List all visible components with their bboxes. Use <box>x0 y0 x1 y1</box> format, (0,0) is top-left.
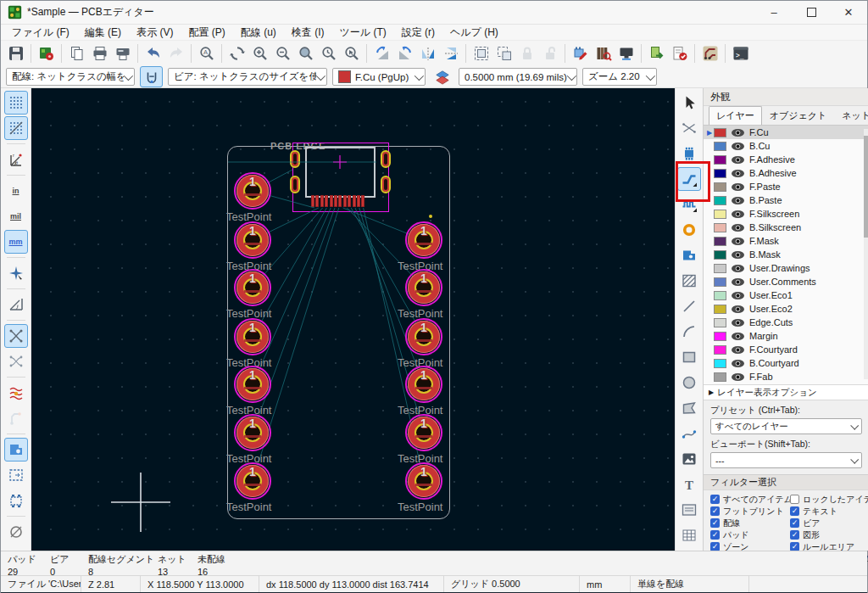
checkbox-icon[interactable]: ✓ <box>790 530 799 540</box>
layer-row-Margin[interactable]: Margin <box>704 329 868 343</box>
testpoint-pad[interactable]: 1 <box>405 221 442 259</box>
menu-item-1[interactable]: 編集 (E) <box>77 24 129 42</box>
auto-track-width-toggle[interactable] <box>140 66 163 87</box>
connector-mount-pad[interactable] <box>381 176 391 193</box>
pcb-canvas[interactable]: PCB EDGE 1TestPoint1TestPoint1TestPoint1… <box>31 88 675 551</box>
layer-row-F.Courtyard[interactable]: F.Courtyard <box>704 343 868 356</box>
menu-item-3[interactable]: 配置 (P) <box>181 24 232 42</box>
place-via-button[interactable] <box>677 218 701 242</box>
tab-レイヤー[interactable]: レイヤー <box>709 106 762 125</box>
visibility-eye-icon[interactable] <box>731 250 745 260</box>
polar-coords-button[interactable]: rθ <box>4 148 28 171</box>
draw-circle-button[interactable] <box>677 371 701 394</box>
plot-button[interactable] <box>111 42 134 65</box>
group-button[interactable] <box>470 42 492 65</box>
layer-color-swatch[interactable] <box>714 169 726 178</box>
refresh-button[interactable] <box>225 42 248 65</box>
visibility-eye-icon[interactable] <box>731 210 745 219</box>
filter-checkbox-すべてのアイテム[interactable]: ✓すべてのアイテム <box>710 494 790 505</box>
layer-row-User.Eco1[interactable]: User.Eco1 <box>704 288 868 302</box>
cursor-shape-button[interactable] <box>4 261 28 285</box>
tab-ネット[interactable]: ネット <box>834 106 868 125</box>
checkbox-icon[interactable]: ✓ <box>710 518 720 528</box>
visibility-eye-icon[interactable] <box>731 359 745 368</box>
update-pcb-from-schematic-button[interactable] <box>645 42 668 65</box>
menu-item-6[interactable]: ツール (T) <box>331 24 393 42</box>
free-angle-button[interactable] <box>4 293 28 316</box>
rule-area-button[interactable] <box>677 269 701 293</box>
layer-color-swatch[interactable] <box>714 142 726 151</box>
layer-color-swatch[interactable] <box>714 318 726 327</box>
layer-color-swatch[interactable] <box>714 155 726 165</box>
visibility-eye-icon[interactable] <box>731 223 745 232</box>
lock-button[interactable] <box>515 42 538 65</box>
testpoint-pad[interactable]: 1 <box>234 318 271 355</box>
maximize-button[interactable] <box>793 1 830 24</box>
highlight-tracks-button[interactable] <box>4 381 28 405</box>
visibility-eye-icon[interactable] <box>731 169 745 178</box>
layer-row-B.Courtyard[interactable]: B.Courtyard <box>704 356 868 370</box>
grid-axes-button[interactable] <box>4 116 28 140</box>
connector-mount-pad[interactable] <box>290 176 300 193</box>
layer-row-F.Cu[interactable]: ▶F.Cu <box>704 126 868 139</box>
menu-item-4[interactable]: 配線 (u) <box>233 24 284 42</box>
menu-item-8[interactable]: ヘルプ (H) <box>442 24 506 42</box>
connector-pad[interactable] <box>334 195 337 207</box>
filter-checkbox-ロックしたアイテム[interactable]: ロックしたアイテム <box>790 494 868 505</box>
testpoint-pad[interactable]: 1 <box>234 269 271 306</box>
checkbox-icon[interactable]: ✓ <box>710 506 720 516</box>
layer-color-swatch[interactable] <box>714 210 726 219</box>
filter-checkbox-配線[interactable]: ✓配線 <box>710 517 790 529</box>
layer-color-swatch[interactable] <box>714 291 726 300</box>
visibility-eye-icon[interactable] <box>731 305 745 314</box>
zone-filled-button[interactable] <box>4 438 28 462</box>
visibility-eye-icon[interactable] <box>731 345 745 355</box>
layer-color-swatch[interactable] <box>714 237 726 246</box>
layer-row-F.Fab[interactable]: F.Fab <box>704 370 868 383</box>
visibility-eye-icon[interactable] <box>731 142 745 151</box>
visibility-eye-icon[interactable] <box>731 196 745 205</box>
filter-checkbox-フットプリント[interactable]: ✓フットプリント <box>710 506 790 517</box>
connector-pad[interactable] <box>343 195 347 207</box>
layer-color-swatch[interactable] <box>714 223 726 232</box>
route-tracks-button[interactable] <box>677 167 701 191</box>
filter-checkbox-パッド[interactable]: ✓パッド <box>710 529 790 540</box>
draw-polygon-button[interactable] <box>677 396 701 420</box>
layer-row-User.Drawings[interactable]: User.Drawings <box>704 261 868 275</box>
connector-pad[interactable] <box>357 195 360 207</box>
clearance-dropdown[interactable]: 0.5000 mm (19.69 mils) <box>459 68 577 86</box>
testpoint-pad[interactable]: 1 <box>234 462 271 500</box>
connector-pad[interactable] <box>315 195 319 207</box>
layer-color-swatch[interactable] <box>714 345 726 355</box>
layer-row-Edge.Cuts[interactable]: Edge.Cuts <box>704 316 868 329</box>
find-button[interactable]: A <box>195 42 218 65</box>
connector-pad[interactable] <box>311 195 314 207</box>
layer-row-F.Silkscreen[interactable]: F.Silkscreen <box>704 207 868 221</box>
draw-arc-button[interactable] <box>677 320 701 344</box>
menu-item-0[interactable]: ファイル (F) <box>4 24 77 42</box>
visibility-eye-icon[interactable] <box>731 237 745 246</box>
layer-row-B.Mask[interactable]: B.Mask <box>704 248 868 261</box>
select-button[interactable] <box>677 91 701 115</box>
testpoint-pad[interactable]: 1 <box>234 414 271 451</box>
testpoint-pad[interactable]: 1 <box>405 366 442 403</box>
testpoint-pad[interactable]: 1 <box>234 366 271 403</box>
connector-mount-pad[interactable] <box>381 150 391 168</box>
units-inch-button[interactable]: in <box>4 179 28 203</box>
visibility-eye-icon[interactable] <box>731 277 745 287</box>
draw-rectangle-button[interactable] <box>677 345 701 369</box>
layer-color-swatch[interactable] <box>714 305 726 314</box>
layer-list-scrollbar[interactable] <box>864 129 868 379</box>
via-size-dropdown[interactable]: ビア: ネットクラスのサイズを使用 <box>168 68 327 86</box>
testpoint-pad[interactable]: 1 <box>405 318 442 355</box>
visibility-eye-icon[interactable] <box>731 128 745 137</box>
checkbox-icon[interactable]: ✓ <box>710 530 720 540</box>
visibility-eye-icon[interactable] <box>731 155 745 165</box>
tune-length-button[interactable] <box>677 193 701 216</box>
layer-color-swatch[interactable] <box>714 196 726 205</box>
connector-pad[interactable] <box>348 195 351 207</box>
filter-checkbox-テキスト[interactable]: ✓テキスト <box>790 506 868 517</box>
layer-row-User.Eco2[interactable]: User.Eco2 <box>704 302 868 316</box>
filter-checkbox-ビア[interactable]: ✓ビア <box>790 517 868 529</box>
scrollbar-thumb[interactable] <box>864 136 868 238</box>
